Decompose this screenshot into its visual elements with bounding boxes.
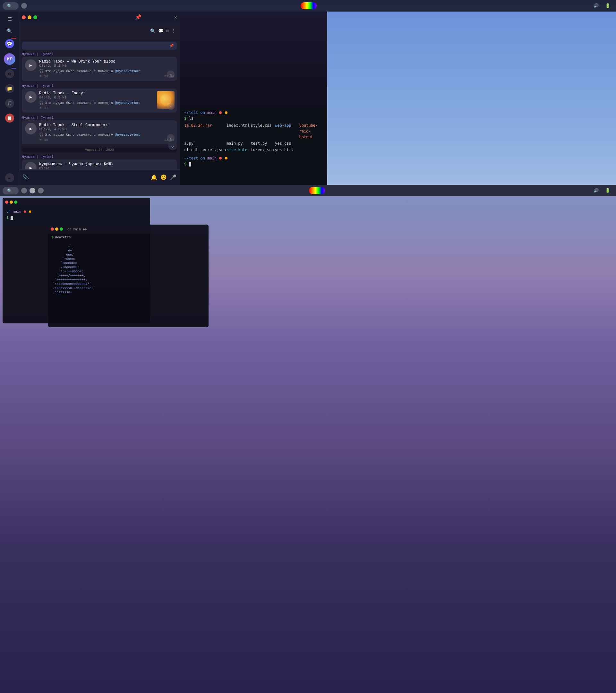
tl-dollar: $ [6, 216, 11, 220]
taskbar-bottom-left: 🔍 [3, 187, 44, 194]
msg1-sender: Музыка | Tyrael [22, 52, 177, 56]
msg3-info: Radio Tapok – Steel Commanders 03:29, 4.… [39, 123, 174, 142]
bell-icon[interactable]: 🔔 [151, 174, 157, 181]
date-separator: August 24, 2023 [22, 147, 177, 152]
term-line-cmd: $ ls [184, 116, 323, 121]
term-branch2: main [207, 156, 219, 160]
tl-prompt: on [6, 210, 13, 214]
msg3-meta: 👁 30 22:54 [39, 138, 174, 142]
taskbar-top-right: 🔊 🔋 [590, 3, 613, 8]
tg-avatar[interactable]: MT [4, 53, 15, 65]
sidebar-item-folder2[interactable]: 📁 [2, 82, 18, 96]
input-icons: 🔔 😊 🎤 [151, 174, 176, 181]
taskbar-top-left: 🔍 [3, 2, 27, 9]
maximize-button[interactable] [33, 15, 37, 19]
bottom-volume-icon: 🔊 [594, 188, 599, 193]
dot-yellow-1 [225, 111, 227, 114]
terminal-large-content: on main $ [3, 206, 150, 223]
nf-close[interactable] [51, 227, 54, 231]
msg4-play[interactable]: ▶ [25, 162, 37, 170]
file-index: index.html [226, 122, 250, 140]
message-input-area: 📎 🔔 😊 🎤 [19, 170, 180, 185]
tl-min[interactable] [9, 200, 13, 204]
msg3-forward[interactable]: ↗ [167, 134, 175, 142]
search-button-bottom[interactable]: 🔍 [3, 187, 19, 194]
close-button[interactable] [22, 15, 26, 19]
msg3-bubble: ▶ Radio Tapok – Steel Commanders 03:29, … [22, 120, 177, 144]
nf-min[interactable] [55, 227, 58, 231]
file-mainpy: main.py [226, 140, 250, 146]
message-2: Музыка | Tyrael ▶ Radio Tapok – Гангут 0… [22, 84, 177, 113]
attach-icon[interactable]: 📎 [22, 174, 29, 181]
taskbar-circle-b1[interactable] [21, 188, 27, 194]
tl-branch: main [13, 210, 23, 214]
message-4: Музыка | Tyrael ▶ Кукрыниксы – Чучело (п… [22, 155, 177, 170]
msg1-forward[interactable]: ↗ [167, 71, 175, 78]
terminal-content: ~/test on main $ ls 1a.02.24.rar index.h… [180, 106, 327, 170]
minimize-button[interactable] [27, 15, 32, 19]
msg3-duration: 03:29, 4.8 MB [39, 127, 174, 131]
file-client: client_secret.json [184, 147, 226, 153]
sidebar-item-logs[interactable]: 📋 [2, 112, 18, 125]
tl-cursor-line: $ [6, 215, 146, 221]
emoji-icon[interactable]: 😊 [160, 174, 167, 181]
tg-avatar-container: MT [4, 53, 15, 65]
mic-icon[interactable]: 🎤 [170, 174, 176, 181]
nf-max[interactable] [60, 227, 63, 231]
sidebar-item-edit[interactable]: ✏ [2, 171, 18, 185]
edit-icon: ✏ [5, 173, 14, 182]
telegram-window: ☰ 🔍 💬 MT ✉ 📁 🎵 📋 ✏ [0, 12, 180, 185]
chat-header-icons: 🔍 💬 ⊞ ⋮ [150, 28, 176, 34]
allchats-badge [11, 38, 16, 39]
tg-titlebar: 📌 ✕ [19, 12, 180, 23]
sidebar-item-music[interactable]: 🎵 [2, 97, 18, 111]
search-button-top[interactable]: 🔍 [3, 2, 19, 9]
more-options-icon[interactable]: ⋮ [171, 28, 176, 34]
window-close-icon[interactable]: ✕ [174, 14, 177, 21]
taskbar-circle-1[interactable] [21, 3, 27, 9]
tl-dot-y [29, 211, 31, 213]
chat-bubbles-icon[interactable]: 💬 [158, 28, 164, 34]
scroll-down-button[interactable]: ⌄ [168, 141, 177, 150]
sidebar-item-pm[interactable]: ✉ [2, 67, 18, 81]
taskbar-bottom-right: 🔊 🔋 [590, 188, 613, 193]
msg1-info: Radio Tapok – We Drink Your Blood 03:42,… [39, 59, 174, 78]
msg3-sender: Музыка | Tyrael [22, 116, 177, 120]
view-toggle-icon[interactable]: ⊞ [166, 28, 169, 34]
hamburger-icon: ☰ [7, 16, 12, 22]
msg1-bubble: ▶ Radio Tapok – We Drink Your Blood 03:4… [22, 57, 177, 81]
search-chat-icon[interactable]: 🔍 [150, 28, 156, 34]
tg-menu-button[interactable]: ☰ [3, 14, 16, 24]
msg2-play[interactable]: ▶ [25, 91, 37, 103]
term-dollar2: $ [184, 162, 188, 166]
nf-header-prompt: on main ●● [67, 227, 87, 231]
tg-search-button[interactable]: 🔍 [3, 26, 16, 36]
messages-area[interactable]: 📌 Музыка | Tyrael ▶ Radio Tapok – We Dri… [19, 39, 180, 170]
taskbar-circle-b2[interactable] [29, 188, 35, 194]
neofetch-controls [51, 227, 63, 231]
msg1-sender-text: Музыка | Tyrael [22, 52, 54, 56]
msg2-meta: 👁 27 21:49 [39, 106, 174, 110]
unpin-icon[interactable]: 📌 [170, 44, 174, 48]
pinned-message: 📌 [22, 42, 177, 50]
msg1-play[interactable]: ▶ [25, 59, 37, 71]
sidebar-item-allchats[interactable]: 💬 [2, 37, 18, 51]
dot-yellow-2 [225, 157, 227, 159]
term-line1: ~/test on main [184, 110, 323, 116]
music-visualizer [180, 12, 327, 106]
file-yescss: yes.css [275, 140, 298, 146]
taskbar-circle-b3[interactable] [38, 188, 44, 194]
chat-header: 🔍 💬 ⊞ ⋮ [19, 23, 180, 39]
message-input[interactable] [32, 175, 148, 180]
tl-max[interactable] [14, 200, 17, 204]
term-dollar: $ [184, 116, 188, 121]
msg1-caption: 🎧Это аудио было скачано с помощью @eyesa… [39, 69, 174, 73]
bottom-battery-icon: 🔋 [605, 188, 610, 193]
msg2-info: Radio Tapok – Гангут 04:43, 6.5 MB 🎧Это … [39, 91, 174, 110]
msg2-forward[interactable]: ↗ [167, 102, 175, 110]
msg3-play[interactable]: ▶ [25, 123, 37, 134]
file-token: token.json [251, 147, 274, 153]
tl-close[interactable] [5, 200, 8, 204]
message-1: Музыка | Tyrael ▶ Radio Tapok – We Drink… [22, 52, 177, 81]
file-webapp: web-app [275, 122, 298, 140]
